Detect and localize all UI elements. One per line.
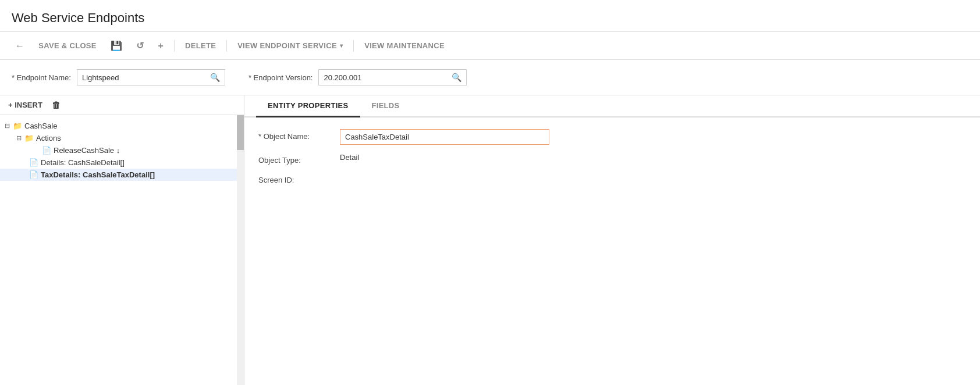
add-button[interactable]: +: [152, 37, 169, 55]
tree-item-releasecashsale[interactable]: 📄 ReleaseCashSale ↓: [0, 144, 244, 156]
view-maintenance-label: VIEW MAINTENANCE: [364, 41, 445, 50]
tree-item-details[interactable]: 📄 Details: CashSaleDetail[]: [0, 156, 244, 169]
object-type-row: Object Type: Detail: [258, 153, 966, 165]
separator-1: [174, 40, 175, 52]
view-maintenance-button[interactable]: VIEW MAINTENANCE: [358, 38, 450, 54]
scrollbar-thumb[interactable]: [237, 115, 244, 150]
save-close-label: SAVE & CLOSE: [38, 41, 96, 50]
screen-id-label: Screen ID:: [258, 173, 340, 184]
left-toolbar: + INSERT 🗑: [0, 95, 244, 115]
toggle-cashsale: ⊟: [5, 122, 13, 130]
tabs-bar: ENTITY PROPERTIES FIELDS: [244, 95, 980, 117]
object-name-input-wrapper: [340, 129, 549, 145]
object-name-row: * Object Name:: [258, 129, 966, 145]
scrollbar-track: [237, 115, 244, 385]
entity-form: * Object Name: Object Type: Detail Scree…: [244, 117, 980, 204]
tree-item-cashsale[interactable]: ⊟ 📁 CashSale: [0, 120, 244, 132]
back-icon: ←: [15, 41, 24, 51]
endpoint-version-input-wrapper: 🔍: [318, 69, 467, 85]
toggle-actions: ⊟: [16, 134, 24, 142]
save-icon: 💾: [111, 40, 122, 51]
insert-label: + INSERT: [8, 101, 42, 109]
delete-label: DELETE: [185, 41, 216, 50]
doc-icon-taxdetails: 📄: [29, 170, 38, 179]
object-type-value: Detail: [340, 153, 359, 162]
separator-3: [353, 40, 354, 52]
undo-icon: ↺: [136, 40, 144, 51]
save-button[interactable]: 💾: [105, 37, 128, 55]
tree-area: ⊟ 📁 CashSale ⊟ 📁 Actions 📄 ReleaseCashSa…: [0, 115, 244, 385]
tab-entity-properties[interactable]: ENTITY PROPERTIES: [256, 95, 360, 117]
label-actions: Actions: [36, 134, 61, 142]
page-title: Web Service Endpoints: [0, 0, 980, 31]
add-icon: +: [158, 41, 164, 51]
doc-icon-releasecashsale: 📄: [42, 146, 51, 155]
tree-item-actions[interactable]: ⊟ 📁 Actions: [0, 132, 244, 144]
endpoint-version-input[interactable]: [319, 70, 447, 85]
chevron-down-icon: ▾: [340, 42, 343, 49]
doc-icon-details: 📄: [29, 158, 38, 167]
form-section: * Endpoint Name: 🔍 * Endpoint Version: 🔍: [0, 60, 980, 95]
endpoint-version-search-icon[interactable]: 🔍: [447, 70, 466, 85]
endpoint-name-input[interactable]: [77, 70, 205, 85]
object-name-input[interactable]: [340, 130, 549, 144]
right-panel: ENTITY PROPERTIES FIELDS * Object Name: …: [244, 95, 980, 385]
folder-icon-actions: 📁: [24, 134, 34, 142]
main-content: + INSERT 🗑 ⊟ 📁 CashSale ⊟ 📁 Actions �: [0, 95, 980, 385]
trash-icon: 🗑: [52, 100, 61, 110]
folder-icon-cashsale: 📁: [13, 122, 22, 130]
save-close-button[interactable]: SAVE & CLOSE: [33, 38, 102, 54]
label-cashsale: CashSale: [24, 122, 57, 130]
insert-button[interactable]: + INSERT: [8, 101, 42, 109]
undo-button[interactable]: ↺: [130, 37, 150, 55]
view-endpoint-label: VIEW ENDPOINT SERVICE: [237, 41, 337, 50]
endpoint-name-field: * Endpoint Name: 🔍: [12, 69, 225, 85]
object-name-label: * Object Name:: [258, 129, 340, 141]
label-details: Details: CashSaleDetail[]: [41, 158, 125, 167]
tree-delete-button[interactable]: 🗑: [52, 100, 61, 110]
separator-2: [226, 40, 227, 52]
delete-button[interactable]: DELETE: [179, 38, 222, 54]
endpoint-name-label: * Endpoint Name:: [12, 73, 71, 82]
back-button[interactable]: ←: [9, 37, 30, 55]
label-taxdetails: TaxDetails: CashSaleTaxDetail[]: [41, 170, 155, 179]
object-type-label: Object Type:: [258, 153, 340, 165]
toolbar: ← SAVE & CLOSE 💾 ↺ + DELETE VIEW ENDPOIN…: [0, 31, 980, 60]
tree-item-taxdetails[interactable]: 📄 TaxDetails: CashSaleTaxDetail[]: [0, 169, 244, 181]
screen-id-row: Screen ID:: [258, 173, 966, 184]
tab-fields[interactable]: FIELDS: [360, 95, 411, 117]
view-endpoint-button[interactable]: VIEW ENDPOINT SERVICE ▾: [232, 38, 349, 54]
left-panel: + INSERT 🗑 ⊟ 📁 CashSale ⊟ 📁 Actions �: [0, 95, 244, 385]
endpoint-version-label: * Endpoint Version:: [248, 73, 313, 82]
endpoint-name-input-wrapper: 🔍: [77, 69, 225, 85]
endpoint-name-search-icon[interactable]: 🔍: [205, 70, 225, 85]
endpoint-version-field: * Endpoint Version: 🔍: [248, 69, 467, 85]
label-releasecashsale: ReleaseCashSale ↓: [54, 146, 120, 155]
